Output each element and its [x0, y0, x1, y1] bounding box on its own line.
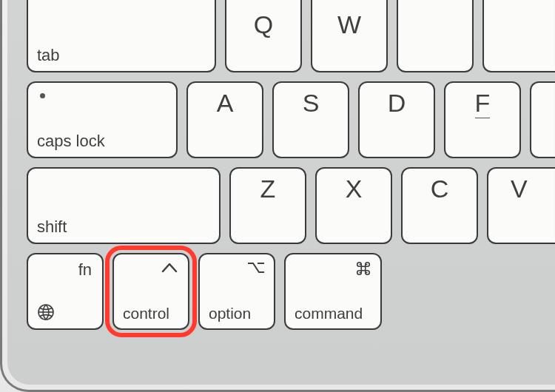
shift-key[interactable]: shift — [27, 167, 221, 244]
caps-lock-label: caps lock — [37, 132, 105, 151]
g-key-partial[interactable] — [530, 81, 555, 158]
caps-lock-key[interactable]: caps lock — [27, 81, 178, 158]
c-label: C — [403, 175, 477, 203]
a-key[interactable]: A — [186, 81, 263, 158]
option-label: option — [209, 305, 251, 322]
fn-globe-key[interactable]: fn — [27, 253, 104, 330]
s-key[interactable]: S — [272, 81, 349, 158]
d-key[interactable]: D — [358, 81, 435, 158]
globe-icon — [37, 303, 55, 321]
caps-lock-indicator-icon — [40, 93, 45, 98]
q-label: Q — [226, 10, 300, 39]
fn-label: fn — [78, 260, 92, 280]
z-label: Z — [231, 175, 305, 203]
w-label: W — [312, 10, 386, 39]
r-key-partial[interactable] — [482, 0, 555, 72]
d-label: D — [360, 89, 434, 118]
v-label: V — [511, 175, 555, 203]
option-key[interactable]: option — [198, 253, 275, 330]
w-key[interactable]: W — [311, 0, 388, 72]
f-key[interactable]: F — [444, 81, 521, 158]
c-key[interactable]: C — [401, 167, 478, 244]
a-label: A — [188, 89, 262, 118]
q-key[interactable]: Q — [225, 0, 302, 72]
option-symbol-icon — [247, 262, 265, 274]
x-label: X — [317, 175, 391, 203]
control-label: control — [123, 305, 169, 322]
shift-label: shift — [37, 217, 67, 237]
tab-label: tab — [37, 46, 60, 65]
tab-key[interactable]: tab — [27, 0, 216, 72]
command-label: command — [295, 305, 363, 322]
e-key-partial[interactable] — [397, 0, 474, 72]
f-label: F — [445, 89, 519, 118]
svg-rect-1 — [361, 266, 366, 271]
v-key[interactable]: V — [487, 167, 555, 244]
s-label: S — [274, 89, 348, 118]
command-symbol-icon — [355, 260, 371, 277]
control-key[interactable]: control — [112, 253, 189, 330]
x-key[interactable]: X — [315, 167, 392, 244]
caret-up-icon — [161, 262, 178, 274]
command-key[interactable]: command — [284, 253, 382, 330]
z-key[interactable]: Z — [229, 167, 306, 244]
